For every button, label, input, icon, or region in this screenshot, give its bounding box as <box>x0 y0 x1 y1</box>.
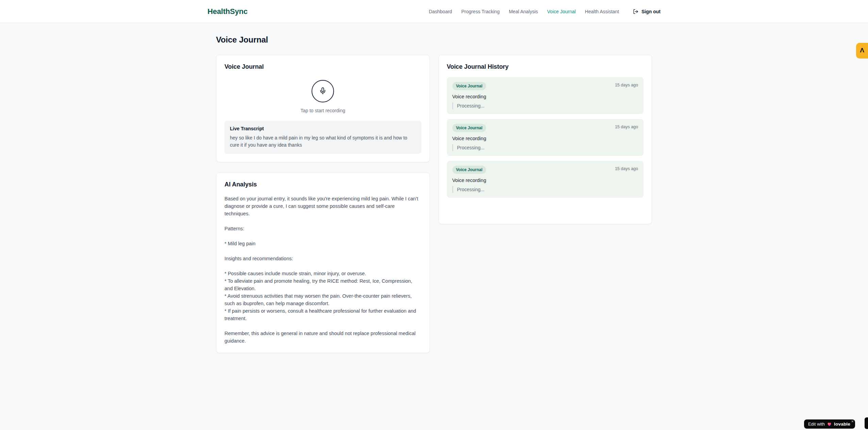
right-column: Voice Journal History Voice Journal 15 d… <box>438 55 652 224</box>
ai-analysis-title: AI Analysis <box>224 181 421 188</box>
log-out-icon <box>633 9 638 14</box>
tap-to-record-hint: Tap to start recording <box>300 108 345 113</box>
voice-journal-history-card: Voice Journal History Voice Journal 15 d… <box>438 55 652 224</box>
header-container: HealthSync Dashboard Progress Tracking M… <box>206 0 662 23</box>
live-transcript-box: Live Transcript hey so like I do have a … <box>224 121 421 154</box>
entry-timestamp: 15 days ago <box>615 166 638 171</box>
entry-header: Voice Journal 15 days ago <box>452 82 638 90</box>
entry-timestamp: 15 days ago <box>615 82 638 87</box>
widget-logo-icon: Λ <box>860 47 864 54</box>
recorder-card-title: Voice Journal <box>224 63 421 70</box>
lovable-brand-label: lovable <box>834 421 850 427</box>
sign-out-label: Sign out <box>641 9 661 14</box>
history-entry[interactable]: Voice Journal 15 days ago Voice recordin… <box>447 77 644 114</box>
analysis-paragraph: Insights and recommendations: <box>224 255 421 262</box>
sign-out-button[interactable]: Sign out <box>633 9 661 14</box>
history-entry[interactable]: Voice Journal 15 days ago Voice recordin… <box>447 161 644 198</box>
analysis-bullet: * Mild leg pain <box>224 240 421 247</box>
analysis-paragraph: Remember, this advice is general in natu… <box>224 330 421 345</box>
collapsed-corner-badge[interactable] <box>865 417 868 429</box>
entry-type-badge: Voice Journal <box>452 166 486 174</box>
entry-label: Voice recording <box>452 136 638 141</box>
analysis-paragraph: Based on your journal entry, it sounds l… <box>224 195 421 217</box>
close-icon[interactable]: ✕ <box>851 420 854 423</box>
analysis-bullet: * If pain persists or worsens, consult a… <box>224 307 421 322</box>
left-column: Voice Journal Tap to start recording <box>216 55 430 353</box>
entry-header: Voice Journal 15 days ago <box>452 124 638 132</box>
entry-type-badge: Voice Journal <box>452 124 486 132</box>
analysis-paragraph: Patterns: <box>224 225 421 232</box>
nav-item-progress-tracking[interactable]: Progress Tracking <box>461 9 500 14</box>
nav-item-voice-journal[interactable]: Voice Journal <box>547 9 576 14</box>
record-button[interactable] <box>312 80 334 102</box>
history-entry[interactable]: Voice Journal 15 days ago Voice recordin… <box>447 119 644 156</box>
analysis-bullet: * Avoid strenuous activities that may wo… <box>224 292 421 307</box>
analysis-bullet: * Possible causes include muscle strain,… <box>224 270 421 277</box>
main-nav: Dashboard Progress Tracking Meal Analysi… <box>429 9 661 14</box>
top-header: HealthSync Dashboard Progress Tracking M… <box>0 0 868 23</box>
entry-timestamp: 15 days ago <box>615 124 638 129</box>
page-title: Voice Journal <box>216 35 652 45</box>
entry-status: Processing... <box>452 186 638 193</box>
side-widget-badge[interactable]: Λ <box>856 43 868 59</box>
nav-item-health-assistant[interactable]: Health Assistant <box>585 9 619 14</box>
history-card-title: Voice Journal History <box>447 63 644 70</box>
live-transcript-title: Live Transcript <box>230 126 416 131</box>
content-grid: Voice Journal Tap to start recording <box>216 55 652 353</box>
brand-logo[interactable]: HealthSync <box>207 7 248 16</box>
edit-with-lovable-badge[interactable]: Edit with lovable ✕ <box>804 419 855 429</box>
microphone-icon <box>319 87 327 96</box>
ai-analysis-body: Based on your journal entry, it sounds l… <box>224 195 421 345</box>
edit-with-label: Edit with <box>808 421 825 427</box>
entry-status: Processing... <box>452 144 638 151</box>
lovable-heart-icon <box>827 421 832 427</box>
analysis-bullet: * To alleviate pain and promote healing,… <box>224 277 421 292</box>
voice-journal-recorder-card: Voice Journal Tap to start recording <box>216 55 430 162</box>
live-transcript-text: hey so like I do have a mild pain in my … <box>230 134 416 149</box>
nav-item-dashboard[interactable]: Dashboard <box>429 9 452 14</box>
entry-label: Voice recording <box>452 94 638 99</box>
main-content: Voice Journal Voice Journal <box>216 23 652 353</box>
ai-analysis-card: AI Analysis Based on your journal entry,… <box>216 172 430 353</box>
entry-status: Processing... <box>452 102 638 109</box>
recorder-area: Tap to start recording <box>224 77 421 113</box>
entry-type-badge: Voice Journal <box>452 82 486 90</box>
entry-label: Voice recording <box>452 178 638 183</box>
nav-item-meal-analysis[interactable]: Meal Analysis <box>509 9 538 14</box>
entry-header: Voice Journal 15 days ago <box>452 166 638 174</box>
